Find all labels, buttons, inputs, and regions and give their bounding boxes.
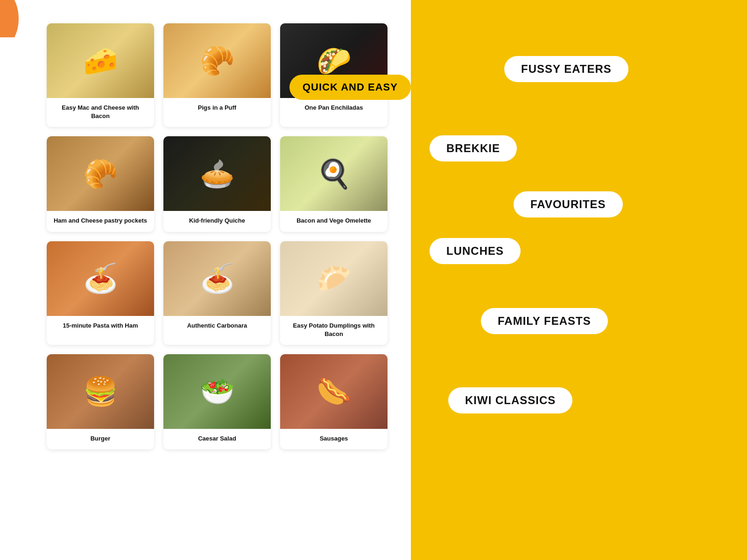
nav-pill-family-feasts[interactable]: Family Feasts	[481, 308, 608, 334]
recipe-card-caesar[interactable]: 🥗Caesar Salad	[163, 354, 271, 449]
recipe-card-sausage[interactable]: 🌭Sausages	[280, 354, 388, 449]
recipe-title-pasta-ham: 15-minute Pasta with Ham	[47, 316, 154, 336]
nav-item-brekkie: Brekkie	[430, 135, 517, 161]
nav-pill-favourites[interactable]: Favourites	[514, 191, 623, 217]
nav-item-fussy-eaters: Fussy Eaters	[504, 56, 628, 82]
recipe-card-burger[interactable]: 🍔Burger	[47, 354, 154, 449]
recipe-card-carbonara[interactable]: 🍝Authentic Carbonara	[163, 241, 271, 345]
recipe-card-dumplings[interactable]: 🥟Easy Potato Dumplings with Bacon	[280, 241, 388, 345]
recipe-image-ham-pastry: 🥐	[47, 136, 154, 211]
nav-pill-kiwi-classics[interactable]: Kiwi Classics	[448, 387, 572, 413]
recipe-title-pigs-puff: Pigs in a Puff	[163, 98, 271, 119]
left-panel: Quick and Easy 🧀Easy Mac and Cheese with…	[0, 0, 411, 560]
recipe-title-carbonara: Authentic Carbonara	[163, 316, 271, 336]
recipe-image-omelette: 🍳	[280, 136, 388, 211]
recipe-title-mac-cheese: Easy Mac and Cheese with Bacon	[47, 98, 154, 127]
nav-pill-brekkie[interactable]: Brekkie	[430, 135, 517, 161]
recipe-image-mac-cheese: 🧀	[47, 23, 154, 98]
recipe-card-pasta-ham[interactable]: 🍝15-minute Pasta with Ham	[47, 241, 154, 345]
recipe-image-quiche: 🥧	[163, 136, 271, 211]
recipe-title-caesar: Caesar Salad	[163, 429, 271, 449]
nav-pill-lunches[interactable]: Lunches	[430, 238, 521, 264]
right-panel: Fussy EatersBrekkieFavouritesLunchesFami…	[411, 0, 747, 560]
recipe-title-burger: Burger	[47, 429, 154, 449]
recipe-card-pigs-puff[interactable]: 🥐Pigs in a Puff	[163, 23, 271, 127]
svg-point-0	[0, 0, 19, 37]
recipe-title-omelette: Bacon and Vege Omelette	[280, 211, 388, 231]
nav-item-kiwi-classics: Kiwi Classics	[448, 387, 572, 413]
recipe-image-sausage: 🌭	[280, 354, 388, 429]
recipe-image-caesar: 🥗	[163, 354, 271, 429]
nav-item-favourites: Favourites	[514, 191, 623, 217]
recipe-image-burger: 🍔	[47, 354, 154, 429]
nav-item-family-feasts: Family Feasts	[481, 308, 608, 334]
recipe-image-dumplings: 🥟	[280, 241, 388, 316]
recipe-card-mac-cheese[interactable]: 🧀Easy Mac and Cheese with Bacon	[47, 23, 154, 127]
recipe-card-omelette[interactable]: 🍳Bacon and Vege Omelette	[280, 136, 388, 231]
recipe-title-ham-pastry: Ham and Cheese pastry pockets	[47, 211, 154, 231]
recipe-title-dumplings: Easy Potato Dumplings with Bacon	[280, 316, 388, 345]
orange-accent	[0, 0, 28, 37]
recipe-title-enchiladas: One Pan Enchiladas	[280, 98, 388, 119]
recipe-title-sausage: Sausages	[280, 429, 388, 449]
recipe-image-pigs-puff: 🥐	[163, 23, 271, 98]
quick-easy-badge: Quick and Easy	[289, 75, 411, 100]
nav-pill-fussy-eaters[interactable]: Fussy Eaters	[504, 56, 628, 82]
recipe-image-carbonara: 🍝	[163, 241, 271, 316]
recipe-title-quiche: Kid-friendly Quiche	[163, 211, 271, 231]
recipe-image-pasta-ham: 🍝	[47, 241, 154, 316]
nav-item-lunches: Lunches	[430, 238, 521, 264]
recipe-card-quiche[interactable]: 🥧Kid-friendly Quiche	[163, 136, 271, 231]
recipe-card-ham-pastry[interactable]: 🥐Ham and Cheese pastry pockets	[47, 136, 154, 231]
